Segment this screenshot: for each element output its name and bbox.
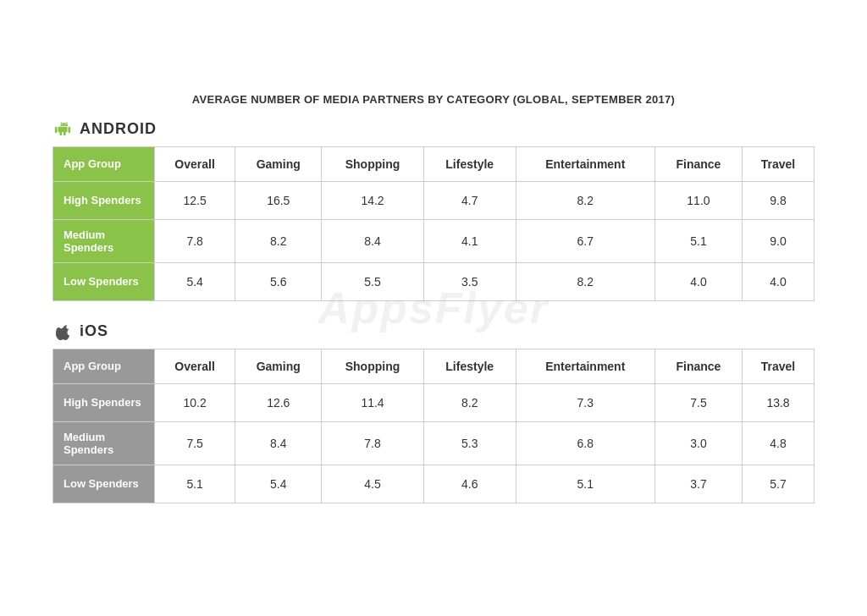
android-cell-1-5: 5.1 (654, 219, 742, 262)
ios-row-label-1: Medium Spenders (53, 421, 155, 465)
ios-label: iOS (80, 322, 108, 340)
android-cell-1-0: 7.8 (155, 219, 235, 262)
ios-cell-1-3: 5.3 (423, 421, 516, 465)
ios-cell-0-6: 13.8 (743, 383, 815, 421)
android-label: ANDROID (80, 120, 157, 138)
ios-cell-0-3: 8.2 (423, 383, 516, 421)
ios-cell-0-0: 10.2 (155, 383, 235, 421)
ios-col-header-4: Lifestyle (423, 349, 516, 383)
ios-col-header-3: Shopping (322, 349, 423, 383)
android-col-header-0: App Group (53, 146, 155, 181)
ios-cell-1-6: 4.8 (743, 421, 815, 465)
ios-cell-0-4: 7.3 (516, 383, 654, 421)
ios-col-header-1: Overall (155, 349, 235, 383)
android-cell-1-3: 4.1 (423, 219, 516, 262)
ios-cell-1-2: 7.8 (322, 421, 423, 465)
android-cell-0-0: 12.5 (155, 181, 235, 219)
ios-cell-2-2: 4.5 (322, 465, 423, 503)
android-row-label-2: Low Spenders (53, 262, 155, 300)
android-cell-1-2: 8.4 (322, 219, 423, 262)
page-title: AVERAGE NUMBER OF MEDIA PARTNERS BY CATE… (52, 93, 815, 106)
android-header-row: App Group Overall Gaming Shopping Lifest… (53, 146, 815, 181)
ios-row-label-0: High Spenders (53, 383, 155, 421)
android-col-header-4: Lifestyle (423, 146, 516, 181)
android-cell-2-6: 4.0 (743, 262, 815, 300)
ios-cell-2-3: 4.6 (423, 465, 516, 503)
android-col-header-5: Entertainment (516, 146, 654, 181)
ios-cell-0-1: 12.6 (235, 383, 322, 421)
android-cell-2-1: 5.6 (235, 262, 322, 300)
android-row-label-0: High Spenders (53, 181, 155, 219)
ios-cell-2-0: 5.1 (155, 465, 235, 503)
android-col-header-1: Overall (155, 146, 235, 181)
ios-header-row: App Group Overall Gaming Shopping Lifest… (53, 349, 815, 383)
ios-cell-0-2: 11.4 (322, 383, 423, 421)
android-col-header-2: Gaming (235, 146, 322, 181)
android-cell-1-4: 6.7 (516, 219, 654, 262)
android-row-0: High Spenders12.516.514.24.78.211.09.8 (53, 181, 815, 219)
ios-col-header-5: Entertainment (516, 349, 654, 383)
android-col-header-6: Finance (654, 146, 742, 181)
ios-cell-2-5: 3.7 (654, 465, 742, 503)
android-cell-0-3: 4.7 (423, 181, 516, 219)
android-section: ANDROID App Group Overall Gaming Shoppin… (52, 119, 815, 301)
ios-table: App Group Overall Gaming Shopping Lifest… (52, 349, 815, 503)
android-row-label-1: Medium Spenders (53, 219, 155, 262)
page-wrapper: AppsFlyer AVERAGE NUMBER OF MEDIA PARTNE… (27, 76, 840, 541)
ios-cell-0-5: 7.5 (654, 383, 742, 421)
android-cell-2-0: 5.4 (155, 262, 235, 300)
ios-cell-1-5: 3.0 (654, 421, 742, 465)
ios-row-1: Medium Spenders7.58.47.85.36.83.04.8 (53, 421, 815, 465)
android-icon (52, 119, 73, 140)
ios-cell-1-4: 6.8 (516, 421, 654, 465)
ios-section: iOS App Group Overall Gaming Shopping Li… (52, 322, 815, 503)
ios-cell-2-1: 5.4 (235, 465, 322, 503)
android-col-header-3: Shopping (322, 146, 423, 181)
android-cell-0-2: 14.2 (322, 181, 423, 219)
android-cell-0-1: 16.5 (235, 181, 322, 219)
ios-cell-1-0: 7.5 (155, 421, 235, 465)
android-cell-2-2: 5.5 (322, 262, 423, 300)
apple-icon (52, 322, 73, 342)
ios-platform-header: iOS (52, 322, 815, 342)
android-cell-1-1: 8.2 (235, 219, 322, 262)
ios-cell-2-6: 5.7 (743, 465, 815, 503)
ios-row-0: High Spenders10.212.611.48.27.37.513.8 (53, 383, 815, 421)
ios-row-2: Low Spenders5.15.44.54.65.13.75.7 (53, 465, 815, 503)
android-cell-1-6: 9.0 (743, 219, 815, 262)
android-table: App Group Overall Gaming Shopping Lifest… (52, 146, 815, 301)
android-col-header-7: Travel (743, 146, 815, 181)
ios-col-header-2: Gaming (235, 349, 322, 383)
android-cell-0-4: 8.2 (516, 181, 654, 219)
android-cell-0-6: 9.8 (743, 181, 815, 219)
android-cell-2-3: 3.5 (423, 262, 516, 300)
android-cell-0-5: 11.0 (654, 181, 742, 219)
ios-col-header-7: Travel (743, 349, 815, 383)
android-platform-header: ANDROID (52, 119, 815, 140)
android-row-1: Medium Spenders7.88.28.44.16.75.19.0 (53, 219, 815, 262)
ios-cell-1-1: 8.4 (235, 421, 322, 465)
ios-row-label-2: Low Spenders (53, 465, 155, 503)
ios-cell-2-4: 5.1 (516, 465, 654, 503)
android-cell-2-5: 4.0 (654, 262, 742, 300)
ios-col-header-0: App Group (53, 349, 155, 383)
ios-col-header-6: Finance (654, 349, 742, 383)
android-row-2: Low Spenders5.45.65.53.58.24.04.0 (53, 262, 815, 300)
android-cell-2-4: 8.2 (516, 262, 654, 300)
